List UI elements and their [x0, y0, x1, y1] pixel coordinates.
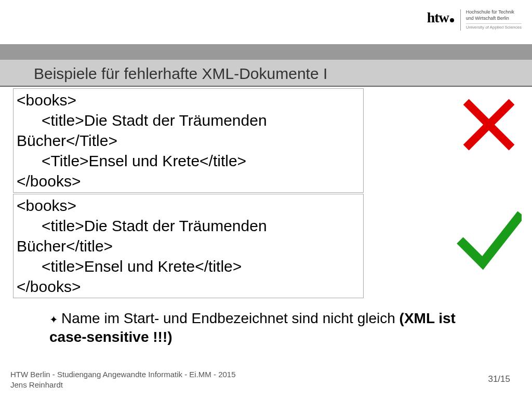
footer: HTW Berlin - Studiengang Angewandte Info… [10, 369, 236, 390]
code-example-good: <books> <title>Die Stadt der Träumenden … [13, 194, 364, 298]
logo-line2: und Wirtschaft Berlin [466, 16, 522, 22]
code-line: <books> [17, 195, 360, 216]
note-text: Name im Start- und Endbezeichnet sind ni… [61, 310, 400, 326]
diamond-bullet-icon: ✦ [49, 314, 58, 325]
logo-line1: Hochschule für Technik [466, 9, 522, 16]
code-line: <title>Ensel und Krete</title> [17, 256, 360, 276]
logo-text-htw: htw [427, 9, 449, 25]
page-number: 31/15 [488, 374, 510, 384]
slide-title: Beispiele für fehlerhafte XML-Dokumente … [34, 65, 327, 83]
code-line: <title>Die Stadt der Träumenden [17, 216, 360, 236]
footer-line1: HTW Berlin - Studiengang Angewandte Info… [10, 369, 236, 380]
code-line: Bücher</Title> [17, 130, 360, 151]
code-line: Bücher</title> [17, 236, 360, 256]
code-line: <title>Die Stadt der Träumenden [17, 110, 360, 130]
check-icon [457, 208, 522, 273]
code-example-bad: <books> <title>Die Stadt der Träumenden … [13, 88, 364, 193]
code-line: <books> [17, 90, 360, 110]
code-line: </books> [17, 276, 360, 297]
explanation-note: ✦Name im Start- und Endbezeichnet sind n… [49, 309, 491, 347]
logo-brand: htw [427, 9, 454, 26]
cross-icon [460, 96, 517, 153]
logo-block: htw Hochschule für Technik und Wirtschaf… [427, 9, 522, 31]
code-line: <Title>Ensel und Krete</title> [17, 151, 360, 171]
logo-dot-icon [450, 18, 454, 22]
header-bar-dark [0, 44, 532, 60]
code-line: </books> [17, 171, 360, 191]
header-divider [0, 86, 532, 87]
logo-subtitle: Hochschule für Technik und Wirtschaft Be… [460, 9, 522, 31]
logo-sub: University of Applied Sciences [466, 23, 522, 30]
footer-line2: Jens Reinhardt [10, 380, 236, 390]
